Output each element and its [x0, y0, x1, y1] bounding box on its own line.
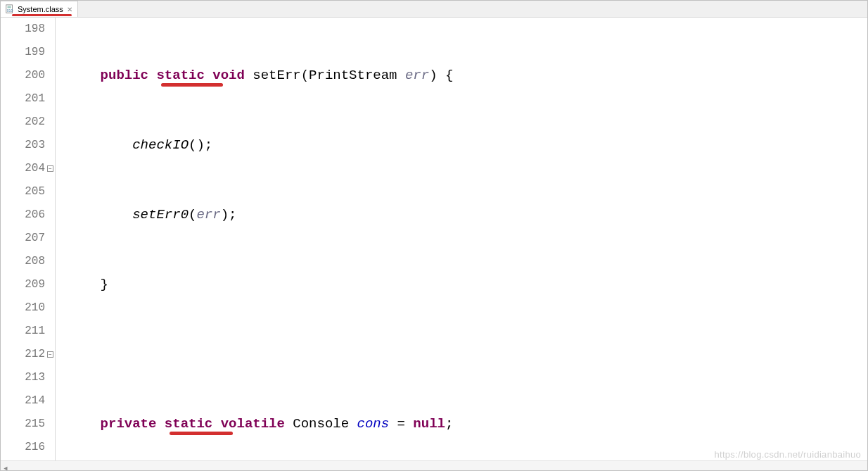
class-file-icon: 010: [5, 4, 15, 14]
line-number: 202: [1, 111, 45, 134]
tab-filename: System.class: [18, 5, 63, 13]
svg-rect-1: [8, 6, 11, 7]
line-number: 210: [1, 296, 45, 320]
line-number: 207: [1, 227, 45, 250]
fold-toggle-icon[interactable]: −: [47, 351, 53, 358]
code-editor[interactable]: 198 199 200 201 202 203 204− 205 206 207…: [1, 18, 867, 460]
line-number-gutter: 198 199 200 201 202 203 204− 205 206 207…: [1, 18, 56, 460]
line-number: 208: [1, 250, 45, 273]
line-number: 206: [1, 203, 45, 227]
line-number: 205: [1, 180, 45, 203]
horizontal-scrollbar[interactable]: ◄: [1, 460, 867, 470]
editor-tab-system-class[interactable]: 010 System.class ✕: [1, 1, 78, 17]
code-line: private static volatile Console cons = n…: [68, 413, 867, 436]
tab-close-icon[interactable]: ✕: [66, 6, 73, 13]
scroll-left-icon[interactable]: ◄: [1, 464, 11, 471]
line-number: 199: [1, 41, 45, 64]
annotation-underline-tab: [12, 14, 72, 16]
fold-toggle-icon[interactable]: −: [47, 165, 53, 172]
line-number: 200: [1, 64, 45, 87]
code-line: public static void setErr(PrintStream er…: [68, 64, 867, 87]
editor-tab-bar: 010 System.class ✕: [1, 1, 867, 18]
code-line: }: [68, 273, 867, 296]
code-line: setErr0(err);: [68, 203, 867, 227]
line-number: 201: [1, 87, 45, 111]
annotation-underline: [170, 432, 233, 435]
line-number: 211: [1, 320, 45, 343]
code-content[interactable]: public static void setErr(PrintStream er…: [56, 18, 867, 460]
code-line: checkIO();: [68, 134, 867, 157]
svg-rect-2: [8, 7, 11, 8]
line-number: 214: [1, 389, 45, 413]
code-line: [68, 343, 867, 366]
line-number: 209: [1, 273, 45, 296]
line-number: 204−: [1, 157, 45, 180]
line-number: 215: [1, 413, 45, 436]
svg-text:010: 010: [7, 8, 13, 13]
line-number: 203: [1, 134, 45, 157]
annotation-underline: [161, 83, 223, 87]
line-number: 216: [1, 436, 45, 459]
line-number: 212−: [1, 343, 45, 366]
line-number: 198: [1, 18, 45, 41]
line-number: 213: [1, 366, 45, 389]
